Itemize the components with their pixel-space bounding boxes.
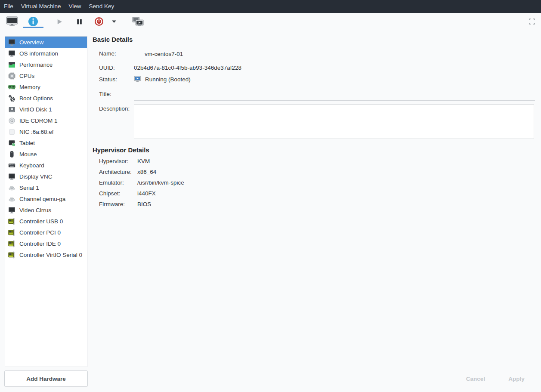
description-label: Description: — [99, 105, 130, 112]
snapshots-button[interactable] — [132, 13, 144, 30]
controller-card-icon — [8, 218, 15, 225]
name-label: Name: — [99, 50, 116, 57]
sidebar-item-ide-cdrom-1[interactable]: IDE CDROM 1 — [5, 115, 87, 126]
sidebar-item-label: Controller VirtIO Serial 0 — [19, 252, 82, 258]
controller-card-icon — [8, 229, 15, 236]
sidebar-item-boot-options[interactable]: Boot Options — [5, 93, 87, 104]
sidebar-item-label: CPUs — [19, 73, 34, 79]
hypervisor-details-title: Hypervisor Details — [93, 146, 149, 154]
boot-gears-icon — [8, 95, 15, 102]
performance-chart-icon — [8, 61, 15, 68]
sidebar-item-label: VirtIO Disk 1 — [19, 106, 52, 113]
snapshots-monitors-icon — [132, 17, 144, 27]
show-details-button[interactable] — [23, 13, 43, 30]
emulator-label: Emulator: — [99, 179, 124, 186]
sidebar-item-label: Video Cirrus — [19, 207, 51, 213]
hypervisor-label: Hypervisor: — [99, 158, 128, 164]
serial-port-icon — [8, 195, 15, 203]
console-monitor-icon — [6, 16, 18, 27]
chipset-value: i440FX — [137, 190, 156, 197]
menu-view[interactable]: View — [65, 0, 85, 13]
sidebar-item-label: Keyboard — [19, 162, 44, 169]
emulator-value: /usr/bin/kvm-spice — [137, 179, 184, 186]
sidebar-item-label: NIC :6a:68:ef — [19, 129, 54, 135]
menubar: File Virtual Machine View Send Key — [0, 0, 541, 13]
sidebar-item-nic[interactable]: NIC :6a:68:ef — [5, 126, 87, 137]
sidebar-item-label: OS information — [19, 50, 58, 57]
sidebar-item-tablet[interactable]: Tablet — [5, 137, 87, 148]
shutdown-menu-button[interactable] — [111, 13, 117, 30]
apply-button[interactable]: Apply — [497, 370, 536, 387]
architecture-value: x86_64 — [137, 169, 156, 175]
sidebar-item-serial-1[interactable]: Serial 1 — [5, 182, 87, 193]
sidebar-item-cpus[interactable]: CPUs — [5, 70, 87, 81]
vm-details-window: File Virtual Machine View Send Key — [0, 0, 541, 392]
sidebar-item-label: Display VNC — [19, 173, 53, 180]
menu-send-key[interactable]: Send Key — [85, 0, 118, 13]
sidebar-item-label: Mouse — [19, 151, 37, 157]
controller-card-icon — [8, 251, 15, 259]
sidebar-item-display-vnc[interactable]: Display VNC — [5, 171, 87, 182]
controller-card-icon — [8, 240, 15, 247]
sidebar-item-controller-pci-0[interactable]: Controller PCI 0 — [5, 227, 87, 238]
firmware-value: BIOS — [137, 201, 151, 207]
sidebar-item-controller-ide-0[interactable]: Controller IDE 0 — [5, 238, 87, 249]
cancel-button[interactable]: Cancel — [456, 370, 495, 387]
monitor-icon — [8, 207, 15, 214]
sidebar-item-os-information[interactable]: OS information — [5, 48, 87, 59]
sidebar-item-controller-virtio-serial-0[interactable]: Controller VirtIO Serial 0 — [5, 249, 87, 260]
serial-port-icon — [8, 184, 15, 191]
sidebar-item-overview[interactable]: Overview — [5, 37, 87, 48]
fullscreen-button[interactable] — [529, 18, 535, 25]
sidebar-item-channel-qemu-ga[interactable]: Channel qemu-ga — [5, 193, 87, 204]
sidebar-item-label: Controller USB 0 — [19, 218, 63, 225]
monitor-icon — [8, 173, 15, 180]
uuid-value: 02b4d67a-81c0-4f5b-ab93-346de37af228 — [134, 65, 241, 71]
monitor-running-icon — [134, 75, 141, 83]
sidebar-item-label: Controller PCI 0 — [19, 229, 61, 236]
title-input[interactable] — [134, 88, 535, 101]
sidebar-item-memory[interactable]: Memory — [5, 81, 87, 93]
uuid-label: UUID: — [99, 65, 115, 71]
chipset-label: Chipset: — [99, 190, 121, 197]
sidebar-item-video-cirrus[interactable]: Video Cirrus — [5, 204, 87, 216]
pause-button[interactable] — [75, 13, 83, 30]
menu-file[interactable]: File — [0, 0, 17, 13]
memory-ram-icon — [8, 83, 15, 91]
monitor-icon — [8, 50, 15, 57]
run-button[interactable] — [56, 13, 63, 30]
sidebar-item-label: Performance — [19, 62, 53, 68]
sidebar-item-controller-usb-0[interactable]: Controller USB 0 — [5, 216, 87, 227]
sidebar-item-mouse[interactable]: Mouse — [5, 148, 87, 160]
firmware-label: Firmware: — [99, 201, 125, 207]
sidebar-item-label: Controller IDE 0 — [19, 241, 61, 247]
status-value: Running (Booted) — [145, 76, 191, 83]
menu-virtual-machine[interactable]: Virtual Machine — [17, 0, 65, 13]
keyboard-icon — [8, 162, 15, 169]
sidebar-item-label: Tablet — [19, 140, 35, 146]
shutdown-power-icon — [94, 17, 104, 26]
run-play-icon — [56, 18, 63, 25]
mouse-icon — [8, 151, 15, 158]
sidebar-item-label: Overview — [19, 39, 43, 46]
add-hardware-button[interactable]: Add Hardware — [4, 370, 88, 387]
show-console-button[interactable] — [6, 13, 19, 30]
sidebar-item-label: Channel qemu-ga — [19, 196, 65, 202]
pause-icon — [76, 18, 83, 25]
shutdown-menu-arrow-icon — [111, 20, 117, 23]
tablet-icon — [8, 139, 15, 147]
architecture-label: Architecture: — [99, 169, 132, 175]
sidebar-item-virtio-disk-1[interactable]: VirtIO Disk 1 — [5, 104, 87, 115]
toolbar — [0, 13, 541, 30]
shutdown-button[interactable] — [94, 13, 104, 30]
description-textarea[interactable] — [134, 104, 534, 139]
sidebar-item-label: IDE CDROM 1 — [19, 117, 58, 124]
nic-icon — [8, 128, 15, 136]
info-details-icon — [28, 16, 38, 27]
disk-icon — [8, 106, 15, 113]
sidebar-item-performance[interactable]: Performance — [5, 59, 87, 70]
cdrom-disc-icon — [8, 117, 15, 124]
name-input[interactable] — [134, 48, 535, 60]
basic-details-title: Basic Details — [93, 36, 133, 43]
sidebar-item-keyboard[interactable]: Keyboard — [5, 160, 87, 171]
